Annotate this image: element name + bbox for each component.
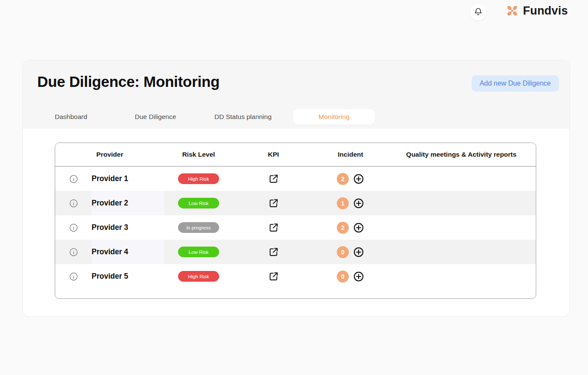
incident-count-badge: 2 <box>337 222 349 234</box>
risk-level-badge: High Risk <box>178 271 219 282</box>
add-incident-button[interactable] <box>353 222 364 233</box>
info-icon <box>69 247 78 257</box>
table-row: Provider 2 Low Risk 1 <box>55 191 536 215</box>
provider-info-button[interactable] <box>55 199 92 208</box>
kpi-link-button[interactable] <box>233 247 314 257</box>
provider-name: Provider 4 <box>92 240 164 264</box>
tab-due-diligence[interactable]: Due Diligence <box>135 109 176 125</box>
incident-cell: 2 <box>314 173 387 185</box>
risk-level-badge: High Risk <box>178 173 219 184</box>
risk-level-cell: Low Risk <box>164 247 233 257</box>
tab-dd-status-planning[interactable]: DD Status planning <box>214 109 272 125</box>
provider-info-button[interactable] <box>55 272 92 281</box>
monitoring-table: Provider Risk Level KPI Incident Quality… <box>55 143 536 299</box>
add-incident-button[interactable] <box>353 271 364 282</box>
plus-circle-icon <box>353 173 364 185</box>
incident-cell: 1 <box>314 197 387 209</box>
incident-count-badge: 2 <box>337 173 349 185</box>
external-link-icon <box>268 271 279 282</box>
external-link-icon <box>268 173 279 184</box>
add-due-diligence-button[interactable]: Add new Due Diligence <box>472 75 559 92</box>
add-incident-button[interactable] <box>353 173 364 185</box>
column-header-incident: Incident <box>314 151 387 158</box>
info-icon <box>69 272 78 281</box>
risk-level-cell: High Risk <box>164 173 233 184</box>
notifications-button[interactable] <box>470 4 487 21</box>
fundvis-logo-icon <box>505 4 519 18</box>
risk-level-badge: in progress <box>178 222 219 233</box>
add-incident-button[interactable] <box>353 247 364 258</box>
provider-name: Provider 5 <box>92 264 164 289</box>
external-link-icon <box>268 247 279 257</box>
column-header-quality-reports: Quality meetings & Activity reports <box>387 151 536 158</box>
kpi-link-button[interactable] <box>233 198 314 208</box>
table-header-row: Provider Risk Level KPI Incident Quality… <box>55 143 536 167</box>
kpi-link-button[interactable] <box>233 271 314 282</box>
provider-info-button[interactable] <box>55 174 92 184</box>
tab-bar: Dashboard Due Diligence DD Status planni… <box>23 109 570 125</box>
table-row: Provider 5 High Risk 0 <box>55 264 536 289</box>
external-link-icon <box>268 222 279 233</box>
external-link-icon <box>268 198 279 208</box>
incident-cell: 0 <box>314 246 387 258</box>
incident-cell: 0 <box>314 271 387 283</box>
kpi-link-button[interactable] <box>233 222 314 233</box>
tab-dashboard[interactable]: Dashboard <box>55 109 87 125</box>
risk-level-cell: High Risk <box>164 271 233 282</box>
risk-level-badge: Low Risk <box>178 198 219 208</box>
provider-info-button[interactable] <box>55 247 92 257</box>
incident-count-badge: 0 <box>337 246 349 258</box>
table-row: Provider 4 Low Risk 0 <box>55 240 536 264</box>
risk-level-cell: in progress <box>164 222 233 233</box>
bell-icon <box>474 8 483 17</box>
risk-level-badge: Low Risk <box>178 247 219 257</box>
incident-count-badge: 1 <box>337 197 349 209</box>
table-body: Provider 1 High Risk 2 <box>55 167 536 289</box>
plus-circle-icon <box>353 198 364 209</box>
info-icon <box>69 174 78 184</box>
page-title: Due Diligence: Monitoring <box>37 73 220 90</box>
table-row: Provider 1 High Risk 2 <box>55 167 536 191</box>
column-header-risk-level: Risk Level <box>164 151 233 158</box>
top-bar: Fundvis <box>0 0 588 25</box>
provider-name: Provider 3 <box>92 215 164 240</box>
kpi-link-button[interactable] <box>233 173 314 184</box>
brand-name: Fundvis <box>523 4 568 18</box>
column-header-provider: Provider <box>55 151 164 158</box>
due-diligence-card: Due Diligence: Monitoring Add new Due Di… <box>22 60 570 317</box>
info-icon <box>69 223 78 232</box>
plus-circle-icon <box>353 271 364 282</box>
add-incident-button[interactable] <box>353 198 364 209</box>
tab-monitoring[interactable]: Monitoring <box>293 109 375 125</box>
plus-circle-icon <box>353 222 364 233</box>
risk-level-cell: Low Risk <box>164 198 233 208</box>
provider-info-button[interactable] <box>55 223 92 232</box>
table-row: Provider 3 in progress 2 <box>55 215 536 240</box>
plus-circle-icon <box>353 247 364 258</box>
column-header-kpi: KPI <box>233 151 314 158</box>
incident-cell: 2 <box>314 222 387 234</box>
incident-count-badge: 0 <box>337 271 349 283</box>
brand-logo: Fundvis <box>505 4 568 18</box>
info-icon <box>69 199 78 208</box>
provider-name: Provider 2 <box>92 191 164 215</box>
provider-name: Provider 1 <box>92 167 164 191</box>
